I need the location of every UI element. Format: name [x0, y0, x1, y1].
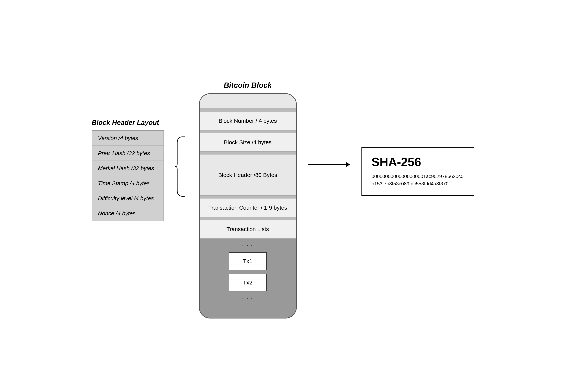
header-field-version: Version /4 bytes — [92, 131, 164, 146]
separator-4 — [200, 196, 296, 198]
main-container: Block Header Layout Version /4 bytes Pre… — [92, 81, 474, 319]
block-size-section: Block Size /4 bytes — [200, 133, 296, 152]
block-header-layout-title: Block Header Layout — [92, 119, 159, 126]
header-field-merkelhash: Merkel Hash /32 bytes — [92, 161, 164, 176]
separator-5 — [200, 217, 296, 220]
transactions-area: · · · Tx1 Tx2 · · · — [200, 239, 296, 318]
brace-wrapper — [175, 137, 186, 197]
separator-2 — [200, 130, 296, 133]
bitcoin-block-container: Bitcoin Block Block Number / 4 bytes Blo… — [199, 81, 297, 319]
block-header-section: Block Header /80 Bytes — [200, 154, 296, 196]
transaction-lists-section: Transaction Lists — [200, 220, 296, 239]
separator-1 — [200, 109, 296, 112]
bitcoin-block-title: Bitcoin Block — [224, 81, 272, 89]
bitcoin-block: Block Number / 4 bytes Block Size /4 byt… — [199, 93, 297, 319]
block-top-cap — [200, 94, 296, 109]
arrow-container — [308, 162, 350, 167]
tx-dots-top: · · · — [242, 242, 253, 249]
header-field-nonce: Nonce /4 bytes — [92, 206, 164, 221]
sha256-box: SHA-256 00000000000000000001ac9029786630… — [362, 147, 474, 196]
transaction-counter-section: Transaction Counter / 1-9 bytes — [200, 198, 296, 217]
arrow-head-icon — [346, 162, 350, 167]
separator-3 — [200, 152, 296, 154]
block-number-section: Block Number / 4 bytes — [200, 112, 296, 130]
header-field-prevhash: Prev. Hash /32 bytes — [92, 146, 164, 161]
arrow-line — [308, 164, 346, 165]
tx1-box: Tx1 — [229, 252, 267, 270]
block-header-layout: Block Header Layout Version /4 bytes Pre… — [92, 119, 164, 221]
header-fields: Version /4 bytes Prev. Hash /32 bytes Me… — [92, 130, 164, 221]
brace-icon — [175, 137, 186, 197]
sha256-title: SHA-256 — [372, 155, 464, 169]
header-field-timestamp: Time Stamp /4 bytes — [92, 176, 164, 191]
sha256-hash: 00000000000000000001ac9029786630c0b153f7… — [372, 173, 464, 187]
header-field-difficulty: Difficulty level /4 bytes — [92, 191, 164, 206]
tx2-box: Tx2 — [229, 274, 267, 291]
tx-dots-bottom: · · · — [242, 295, 253, 301]
